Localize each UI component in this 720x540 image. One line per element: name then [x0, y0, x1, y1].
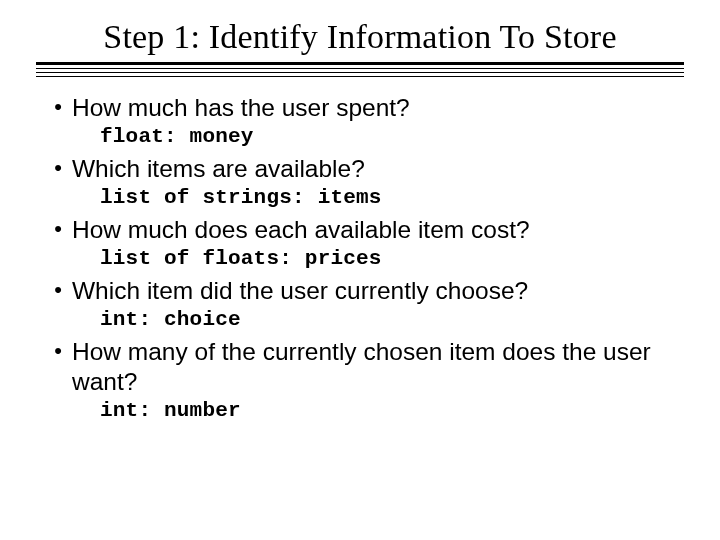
title-underline-thick [36, 62, 684, 65]
slide-title: Step 1: Identify Information To Store [36, 18, 684, 56]
list-item: • How much does each available item cost… [44, 215, 684, 245]
code-line: list of strings: items [44, 186, 684, 209]
bullet-text: How much has the user spent? [72, 93, 410, 123]
code-line: float: money [44, 125, 684, 148]
bullet-icon: • [44, 154, 72, 182]
list-item: • How many of the currently chosen item … [44, 337, 684, 397]
list-item: • Which items are available? [44, 154, 684, 184]
bullet-text: Which item did the user currently choose… [72, 276, 528, 306]
list-item: • Which item did the user currently choo… [44, 276, 684, 306]
bullet-icon: • [44, 276, 72, 304]
bullet-text: Which items are available? [72, 154, 365, 184]
title-underline-triple [36, 68, 684, 77]
bullet-icon: • [44, 93, 72, 121]
code-line: int: number [44, 399, 684, 422]
bullet-icon: • [44, 215, 72, 243]
code-line: int: choice [44, 308, 684, 331]
bullet-icon: • [44, 337, 72, 365]
bullet-text: How many of the currently chosen item do… [72, 337, 684, 397]
list-item: • How much has the user spent? [44, 93, 684, 123]
slide-content: • How much has the user spent? float: mo… [36, 93, 684, 422]
bullet-text: How much does each available item cost? [72, 215, 530, 245]
code-line: list of floats: prices [44, 247, 684, 270]
